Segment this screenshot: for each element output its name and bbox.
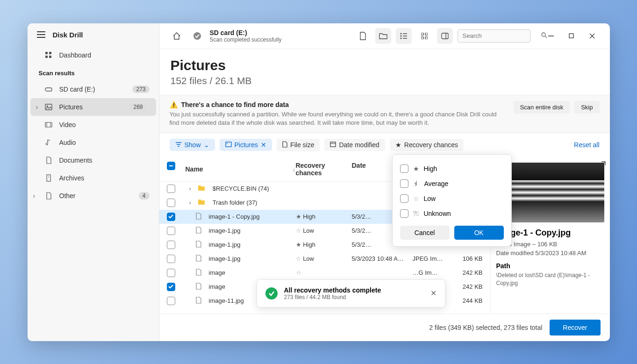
pictures-filter[interactable]: Pictures ✕ [220,139,272,151]
row-checkbox[interactable] [167,255,175,263]
row-checkbox[interactable] [167,283,175,291]
app-title: Disk Drill [53,31,83,39]
sidebar-item-pictures[interactable]: › Pictures 269 [30,98,156,116]
checkbox[interactable] [400,179,408,188]
file-icon [196,283,201,291]
maximize-button[interactable] [563,29,580,43]
sidebar-item-audio[interactable]: Audio [28,134,159,151]
file-icon [282,141,287,149]
checkbox[interactable] [400,164,408,173]
file-icon [196,297,201,305]
svg-point-15 [400,35,401,36]
svg-rect-7 [45,122,52,127]
checkbox[interactable] [400,209,408,218]
star-icon: ☆ [296,255,301,262]
sidebar-item-video[interactable]: Video [28,116,159,134]
pictures-icon [225,141,232,149]
audio-icon [44,138,53,147]
recovery-option-average[interactable]: ⯨ Average [400,176,504,191]
svg-rect-2 [45,56,48,58]
toast-subtitle: 273 files / 44.2 MB found [284,294,381,300]
folder-view-icon[interactable] [375,28,391,44]
select-all-checkbox[interactable] [167,162,175,170]
column-recovery[interactable]: Recovery chances [296,162,352,177]
chevron-right-icon[interactable]: › [189,185,191,192]
badge: 4 [139,192,150,200]
column-name[interactable]: Name↓ [186,162,296,177]
sidebar-section-label: Scan results [28,64,159,80]
svg-point-6 [46,105,48,107]
row-checkbox[interactable] [167,227,175,235]
warning-icon: ⚠️ [170,101,178,108]
minimize-button[interactable] [543,29,559,43]
svg-rect-21 [421,37,423,39]
scan-entire-disk-button[interactable]: Scan entire disk [514,101,570,114]
grid-view-icon[interactable] [416,28,432,44]
filesize-filter[interactable]: File size [277,139,320,151]
file-name: image-1.jpg [209,255,241,262]
row-checkbox[interactable] [167,241,175,249]
sidebar-item-label: Other [59,192,76,200]
recover-button[interactable]: Recover [550,320,600,335]
cancel-button[interactable]: Cancel [400,226,450,240]
list-view-icon[interactable] [396,28,412,44]
row-checkbox[interactable] [167,213,175,221]
close-button[interactable] [584,29,601,43]
kind-cell: …G Im… [413,269,450,276]
search-input[interactable] [458,29,530,43]
date-filter[interactable]: Date modified [324,139,385,151]
ok-button[interactable]: OK [454,226,504,240]
chevron-right-icon[interactable]: › [33,192,39,200]
row-checkbox[interactable] [167,269,175,277]
sidebar-item-documents[interactable]: Documents [28,151,159,169]
svg-point-13 [400,33,401,34]
sidebar-item-other[interactable]: › Other 4 [28,187,159,205]
table-row[interactable]: image-1.jpg ☆ Low 5/3/2023 10:48 A… JPEG… [159,252,490,266]
svg-rect-1 [49,52,51,54]
badge: 269 [129,103,146,111]
toast-close-icon[interactable]: ✕ [430,289,437,298]
sidebar-item-dashboard[interactable]: Dashboard [28,46,159,64]
show-filter[interactable]: Show ⌄ [170,139,215,151]
row-checkbox[interactable] [167,297,175,305]
other-icon [44,192,53,200]
sort-icon: ↓ [293,165,296,173]
toast-title: All recovery methods complete [284,286,381,294]
skip-button[interactable]: Skip [574,101,599,114]
recovery-chance: Low [303,255,314,262]
recovery-option-low[interactable]: ☆ Low [400,191,504,206]
recovery-option-unknown[interactable]: ?⃝ Unknown [400,206,504,221]
toast-notification: All recovery methods complete 273 files … [257,279,445,307]
svg-rect-0 [45,52,48,54]
close-icon[interactable]: ✕ [261,141,266,149]
search-field[interactable] [463,32,541,39]
sidebar-item-archives[interactable]: Archives [28,169,159,187]
sidebar: Disk Drill Dashboard Scan results SD car… [28,23,159,341]
recovery-option-high[interactable]: ★ High [400,161,504,176]
file-icon [196,255,201,263]
star-half-icon: ⯨ [413,180,420,187]
menu-icon[interactable] [37,31,45,38]
chevron-right-icon[interactable]: › [189,199,191,206]
home-icon[interactable] [169,28,185,44]
checkbox[interactable] [400,194,408,203]
file-view-icon[interactable] [355,28,371,44]
recovery-filter[interactable]: ★ Recovery chances [390,139,464,151]
svg-rect-22 [425,37,428,39]
panel-view-icon[interactable] [437,28,453,44]
star-icon: ☆ [296,227,301,234]
sidebar-item-sdcard[interactable]: SD card (E:) 273 [28,80,159,98]
kind-cell: JPEG Im… [413,255,450,262]
chevron-right-icon[interactable]: › [36,103,42,111]
reset-all-link[interactable]: Reset all [574,141,599,149]
svg-rect-23 [442,33,448,39]
star-icon: ★ [296,213,301,220]
star-icon: ☆ [296,269,301,276]
row-checkbox[interactable] [167,199,175,207]
svg-rect-36 [330,142,336,147]
footer: 2 files (349 KB) selected, 273 files tot… [159,314,610,341]
svg-rect-20 [425,33,428,35]
row-checkbox[interactable] [167,185,175,193]
table-row[interactable]: image ☆ …G Im… 242 KB [159,266,490,280]
preview-image [496,163,604,222]
